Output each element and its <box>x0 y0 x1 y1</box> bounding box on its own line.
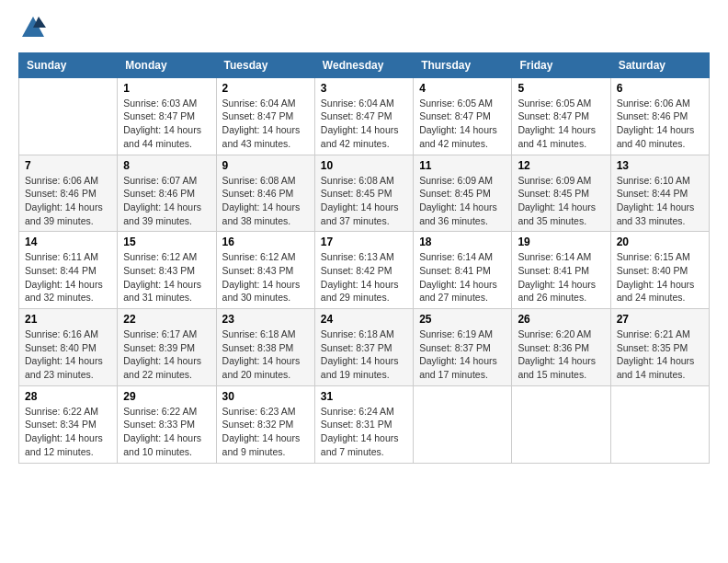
day-number: 24 <box>321 313 407 326</box>
day-info: Sunrise: 6:22 AM Sunset: 8:34 PM Dayligh… <box>25 405 111 459</box>
day-number: 4 <box>419 82 506 95</box>
calendar-cell: 21Sunrise: 6:16 AM Sunset: 8:40 PM Dayli… <box>19 309 118 386</box>
day-info: Sunrise: 6:21 AM Sunset: 8:35 PM Dayligh… <box>617 327 703 382</box>
day-number: 2 <box>222 82 309 95</box>
day-number: 26 <box>518 313 604 326</box>
calendar-cell: 6Sunrise: 6:06 AM Sunset: 8:46 PM Daylig… <box>610 77 709 155</box>
calendar-week-5: 28Sunrise: 6:22 AM Sunset: 8:34 PM Dayli… <box>19 385 710 463</box>
calendar-header-thursday: Thursday <box>414 52 512 77</box>
day-number: 10 <box>321 159 407 172</box>
calendar-week-2: 7Sunrise: 6:06 AM Sunset: 8:46 PM Daylig… <box>19 155 710 232</box>
day-number: 6 <box>617 82 703 95</box>
day-number: 5 <box>518 82 604 95</box>
calendar-header-monday: Monday <box>118 52 216 77</box>
day-info: Sunrise: 6:16 AM Sunset: 8:40 PM Dayligh… <box>25 327 111 382</box>
calendar-header-saturday: Saturday <box>610 52 709 77</box>
calendar-cell: 15Sunrise: 6:12 AM Sunset: 8:43 PM Dayli… <box>118 232 216 309</box>
calendar-cell: 13Sunrise: 6:10 AM Sunset: 8:44 PM Dayli… <box>610 155 709 232</box>
day-number: 16 <box>222 236 309 248</box>
day-info: Sunrise: 6:15 AM Sunset: 8:40 PM Dayligh… <box>617 250 703 304</box>
calendar-cell: 8Sunrise: 6:07 AM Sunset: 8:46 PM Daylig… <box>118 155 216 232</box>
day-number: 22 <box>123 313 210 326</box>
day-number: 17 <box>321 236 407 248</box>
calendar-cell: 25Sunrise: 6:19 AM Sunset: 8:37 PM Dayli… <box>414 309 512 386</box>
calendar-cell <box>512 385 610 463</box>
day-number: 9 <box>222 159 309 172</box>
day-info: Sunrise: 6:14 AM Sunset: 8:41 PM Dayligh… <box>419 250 506 304</box>
calendar-cell: 20Sunrise: 6:15 AM Sunset: 8:40 PM Dayli… <box>610 232 709 309</box>
day-info: Sunrise: 6:19 AM Sunset: 8:37 PM Dayligh… <box>419 327 506 382</box>
logo <box>18 15 46 45</box>
day-info: Sunrise: 6:06 AM Sunset: 8:46 PM Dayligh… <box>617 97 703 151</box>
day-number: 3 <box>321 82 407 95</box>
day-number: 25 <box>419 313 506 326</box>
day-number: 21 <box>25 313 111 326</box>
day-number: 8 <box>123 159 210 172</box>
calendar-cell: 1Sunrise: 6:03 AM Sunset: 8:47 PM Daylig… <box>118 77 216 155</box>
calendar-cell: 23Sunrise: 6:18 AM Sunset: 8:38 PM Dayli… <box>216 309 314 386</box>
calendar-cell: 30Sunrise: 6:23 AM Sunset: 8:32 PM Dayli… <box>216 385 314 463</box>
day-info: Sunrise: 6:12 AM Sunset: 8:43 PM Dayligh… <box>222 250 309 304</box>
calendar-cell: 10Sunrise: 6:08 AM Sunset: 8:45 PM Dayli… <box>314 155 413 232</box>
calendar-header-sunday: Sunday <box>19 52 118 77</box>
day-info: Sunrise: 6:23 AM Sunset: 8:32 PM Dayligh… <box>222 405 309 459</box>
calendar-header-friday: Friday <box>512 52 610 77</box>
calendar-cell: 19Sunrise: 6:14 AM Sunset: 8:41 PM Dayli… <box>512 232 610 309</box>
day-info: Sunrise: 6:10 AM Sunset: 8:44 PM Dayligh… <box>617 174 703 228</box>
calendar-cell: 4Sunrise: 6:05 AM Sunset: 8:47 PM Daylig… <box>414 77 512 155</box>
day-info: Sunrise: 6:08 AM Sunset: 8:45 PM Dayligh… <box>321 174 407 228</box>
calendar-cell: 29Sunrise: 6:22 AM Sunset: 8:33 PM Dayli… <box>118 385 216 463</box>
day-number: 12 <box>518 159 604 172</box>
day-number: 19 <box>518 236 604 248</box>
day-info: Sunrise: 6:06 AM Sunset: 8:46 PM Dayligh… <box>25 174 111 228</box>
calendar-header-tuesday: Tuesday <box>216 52 314 77</box>
day-info: Sunrise: 6:17 AM Sunset: 8:39 PM Dayligh… <box>123 327 210 382</box>
day-number: 29 <box>123 390 210 403</box>
calendar-cell: 16Sunrise: 6:12 AM Sunset: 8:43 PM Dayli… <box>216 232 314 309</box>
day-number: 31 <box>321 390 407 403</box>
calendar-cell: 17Sunrise: 6:13 AM Sunset: 8:42 PM Dayli… <box>314 232 413 309</box>
calendar-cell: 2Sunrise: 6:04 AM Sunset: 8:47 PM Daylig… <box>216 77 314 155</box>
calendar-cell: 5Sunrise: 6:05 AM Sunset: 8:47 PM Daylig… <box>512 77 610 155</box>
calendar-cell: 3Sunrise: 6:04 AM Sunset: 8:47 PM Daylig… <box>314 77 413 155</box>
calendar-header-wednesday: Wednesday <box>314 52 413 77</box>
day-number: 27 <box>617 313 703 326</box>
calendar-cell: 18Sunrise: 6:14 AM Sunset: 8:41 PM Dayli… <box>414 232 512 309</box>
calendar-cell: 14Sunrise: 6:11 AM Sunset: 8:44 PM Dayli… <box>19 232 118 309</box>
calendar-cell: 24Sunrise: 6:18 AM Sunset: 8:37 PM Dayli… <box>314 309 413 386</box>
day-info: Sunrise: 6:09 AM Sunset: 8:45 PM Dayligh… <box>419 174 506 228</box>
day-number: 15 <box>123 236 210 248</box>
logo-icon <box>20 15 46 40</box>
day-number: 20 <box>617 236 703 248</box>
calendar-week-4: 21Sunrise: 6:16 AM Sunset: 8:40 PM Dayli… <box>19 309 710 386</box>
calendar-cell: 26Sunrise: 6:20 AM Sunset: 8:36 PM Dayli… <box>512 309 610 386</box>
calendar-cell: 11Sunrise: 6:09 AM Sunset: 8:45 PM Dayli… <box>414 155 512 232</box>
day-info: Sunrise: 6:08 AM Sunset: 8:46 PM Dayligh… <box>222 174 309 228</box>
calendar-cell: 28Sunrise: 6:22 AM Sunset: 8:34 PM Dayli… <box>19 385 118 463</box>
calendar-cell: 27Sunrise: 6:21 AM Sunset: 8:35 PM Dayli… <box>610 309 709 386</box>
calendar-week-3: 14Sunrise: 6:11 AM Sunset: 8:44 PM Dayli… <box>19 232 710 309</box>
calendar-cell: 12Sunrise: 6:09 AM Sunset: 8:45 PM Dayli… <box>512 155 610 232</box>
day-number: 11 <box>419 159 506 172</box>
day-info: Sunrise: 6:11 AM Sunset: 8:44 PM Dayligh… <box>25 250 111 304</box>
day-info: Sunrise: 6:05 AM Sunset: 8:47 PM Dayligh… <box>419 97 506 151</box>
day-info: Sunrise: 6:04 AM Sunset: 8:47 PM Dayligh… <box>321 97 407 151</box>
day-info: Sunrise: 6:07 AM Sunset: 8:46 PM Dayligh… <box>123 174 210 228</box>
day-number: 1 <box>123 82 210 95</box>
day-info: Sunrise: 6:12 AM Sunset: 8:43 PM Dayligh… <box>123 250 210 304</box>
day-number: 13 <box>617 159 703 172</box>
day-number: 7 <box>25 159 111 172</box>
day-number: 30 <box>222 390 309 403</box>
day-info: Sunrise: 6:24 AM Sunset: 8:31 PM Dayligh… <box>321 405 407 459</box>
day-info: Sunrise: 6:18 AM Sunset: 8:37 PM Dayligh… <box>321 327 407 382</box>
day-number: 18 <box>419 236 506 248</box>
calendar-table: SundayMondayTuesdayWednesdayThursdayFrid… <box>18 52 710 464</box>
calendar-header-row: SundayMondayTuesdayWednesdayThursdayFrid… <box>19 52 710 77</box>
day-info: Sunrise: 6:03 AM Sunset: 8:47 PM Dayligh… <box>123 97 210 151</box>
day-info: Sunrise: 6:14 AM Sunset: 8:41 PM Dayligh… <box>518 250 604 304</box>
day-info: Sunrise: 6:04 AM Sunset: 8:47 PM Dayligh… <box>222 97 309 151</box>
day-number: 28 <box>25 390 111 403</box>
calendar-cell: 22Sunrise: 6:17 AM Sunset: 8:39 PM Dayli… <box>118 309 216 386</box>
calendar-cell: 31Sunrise: 6:24 AM Sunset: 8:31 PM Dayli… <box>314 385 413 463</box>
calendar-cell: 9Sunrise: 6:08 AM Sunset: 8:46 PM Daylig… <box>216 155 314 232</box>
